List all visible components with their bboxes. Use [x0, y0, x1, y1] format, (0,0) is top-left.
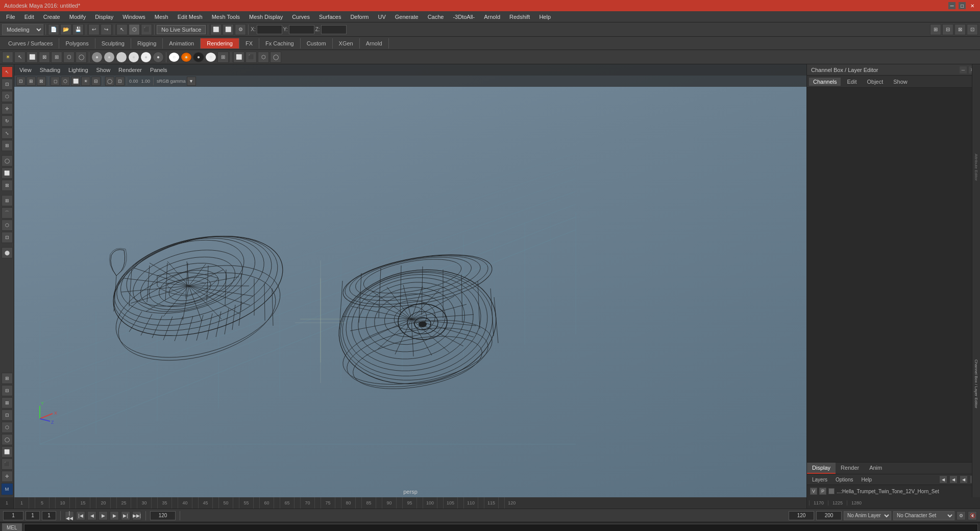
paint-select-btn[interactable]: ⬡	[2, 91, 13, 102]
timeline-tick-33[interactable]	[355, 497, 361, 509]
vp-shading-menu[interactable]: Shading	[38, 66, 62, 74]
menu-mesh[interactable]: Mesh	[151, 13, 173, 21]
display-layer-tab[interactable]: Display	[807, 463, 836, 474]
timeline-tick-1[interactable]	[29, 497, 35, 509]
tab-rigging[interactable]: Rigging	[131, 38, 163, 49]
shelf-btn3[interactable]: ⊠	[2, 397, 13, 408]
layer-remove-btn[interactable]: ◀	[960, 475, 968, 484]
rt-dark-btn[interactable]: ●	[193, 52, 204, 62]
options-subtab[interactable]: Options	[832, 476, 856, 483]
timeline-tick-44[interactable]: 110	[463, 497, 478, 509]
vp-view-menu[interactable]: View	[17, 66, 34, 74]
shelf-btn6[interactable]: ◯	[2, 434, 13, 445]
vp-panels-menu[interactable]: Panels	[148, 66, 169, 74]
timeline-tick-0[interactable]: 1	[14, 497, 29, 509]
menu-help[interactable]: Help	[535, 13, 555, 21]
skip-fwd-btn[interactable]: ▶▶|	[132, 511, 141, 520]
panel-collapse-btn[interactable]: ─	[960, 66, 967, 74]
render-region-btn[interactable]: ⬤	[2, 247, 13, 258]
timeline-tick-38[interactable]: 95	[402, 497, 416, 509]
soft-mod-btn[interactable]: ◯	[2, 155, 13, 166]
menu-cache[interactable]: Cache	[424, 13, 448, 21]
rt-btn6[interactable]: ◯	[76, 52, 87, 63]
anim-layer-tab[interactable]: Anim	[864, 463, 887, 474]
range-end-input[interactable]	[150, 511, 176, 520]
menu-mesh-display[interactable]: Mesh Display	[245, 13, 287, 21]
shelf-btn2[interactable]: ⊟	[2, 385, 13, 396]
render-btn[interactable]: ⬜	[210, 24, 222, 35]
shelf-btn7[interactable]: ⬜	[2, 446, 13, 457]
tab-xgen[interactable]: XGen	[333, 38, 360, 49]
menu-curves[interactable]: Curves	[288, 13, 314, 21]
rt-btn4[interactable]: ⊞	[51, 52, 62, 63]
rt-tex-btn2[interactable]: ⬛	[246, 52, 257, 63]
layers-subtab[interactable]: Layers	[809, 476, 830, 483]
menu-redshift[interactable]: Redshift	[505, 13, 534, 21]
render-settings-btn[interactable]: ⚙	[235, 24, 246, 35]
timeline-tick-14[interactable]: 35	[157, 497, 172, 509]
rt-orange-btn[interactable]: ●	[181, 52, 192, 62]
menu-arnold[interactable]: Arnold	[480, 13, 504, 21]
rt-white-btn[interactable]: ○	[205, 52, 216, 62]
rt-paint-btn[interactable]: ⬜	[27, 52, 38, 63]
shelf-btn4[interactable]: ⊡	[2, 409, 13, 421]
rt-tex-btn1[interactable]: ⬜	[233, 52, 244, 63]
character-set-dropdown[interactable]: No Character Set	[893, 511, 954, 520]
range-end2-input[interactable]	[789, 511, 814, 520]
frame-display-input[interactable]	[42, 511, 56, 520]
menu-3dtoall[interactable]: -3DtoAll-	[449, 13, 479, 21]
mode-dropdown[interactable]: Modeling Rigging Animation FX Rendering	[2, 24, 43, 35]
show-tab[interactable]: Show	[889, 78, 912, 86]
vp-fit-btn[interactable]: ⊞	[27, 77, 36, 86]
y-input[interactable]	[289, 25, 314, 34]
step-back-btn[interactable]: ◀	[87, 511, 96, 520]
vp-lighting-menu[interactable]: Lighting	[66, 66, 90, 74]
timeline-tick-39[interactable]	[416, 497, 423, 509]
timeline-main[interactable]: 1510152025303540455055606570758085909510…	[14, 497, 806, 509]
menu-mesh-tools[interactable]: Mesh Tools	[208, 13, 244, 21]
timeline-tick-10[interactable]: 25	[116, 497, 131, 509]
rt-oval-btn[interactable]: ○	[168, 52, 180, 62]
vp-wire-btn[interactable]: ⬡	[61, 77, 70, 86]
x-input[interactable]	[257, 25, 282, 34]
show-manip-btn[interactable]: ⊠	[2, 180, 13, 191]
tab-fx-caching[interactable]: Fx Caching	[259, 38, 301, 49]
vp-gamma-dropdown[interactable]: ▼	[187, 77, 196, 86]
rt-select-btn[interactable]: ↖	[14, 52, 26, 63]
layer-row[interactable]: V P ...:Hella_Trumpet_Twin_Tone_12V_Horn…	[808, 486, 979, 496]
menu-generate[interactable]: Generate	[391, 13, 423, 21]
timeline-tick-27[interactable]	[294, 497, 300, 509]
shelf-btn1[interactable]: ⊞	[2, 373, 13, 384]
snap-curve-btn[interactable]: ⌒	[2, 207, 13, 219]
anim-layer-dropdown[interactable]: No Anim Layer	[844, 511, 891, 520]
tab-rendering[interactable]: Rendering	[201, 38, 239, 49]
range-end3-input[interactable]	[816, 511, 842, 520]
vp-grid-btn[interactable]: ⊠	[37, 77, 46, 86]
vp-isolate-btn[interactable]: ◯	[105, 77, 114, 86]
timeline-tick-32[interactable]: 80	[341, 497, 355, 509]
menu-deform[interactable]: Deform	[346, 13, 373, 21]
rt-sphere4[interactable]: ●	[128, 52, 139, 63]
rt-checker-btn[interactable]: ⊞	[217, 52, 229, 63]
vp-light-btn[interactable]: ☀	[81, 77, 90, 86]
transform-btn[interactable]: ⊞	[2, 140, 13, 151]
no-live-surface-btn[interactable]: No Live Surface	[157, 25, 206, 34]
z-input[interactable]	[321, 25, 347, 34]
new-file-btn[interactable]: 📄	[48, 24, 59, 35]
mel-tab[interactable]: MEL	[2, 523, 22, 531]
timeline-tick-11[interactable]	[131, 497, 137, 509]
timeline-tick-6[interactable]: 15	[76, 497, 90, 509]
timeline-tick-21[interactable]	[233, 497, 239, 509]
menu-edit[interactable]: Edit	[20, 13, 38, 21]
snap-grid-btn[interactable]: ⊞	[2, 195, 13, 206]
open-file-btn[interactable]: 📂	[60, 24, 71, 35]
timeline-tick-12[interactable]: 30	[137, 497, 151, 509]
timeline-tick-20[interactable]: 50	[218, 497, 233, 509]
shelf-btn5[interactable]: ⬡	[2, 422, 13, 433]
scale-btn[interactable]: ⤡	[2, 128, 13, 139]
timeline-tick-5[interactable]	[69, 497, 76, 509]
snap-surface-btn[interactable]: ⬡	[2, 220, 13, 231]
render-icon-btn[interactable]: ☀	[2, 52, 13, 63]
layer-add-btn[interactable]: ◀	[939, 475, 947, 484]
move-btn[interactable]: ✛	[2, 103, 13, 114]
